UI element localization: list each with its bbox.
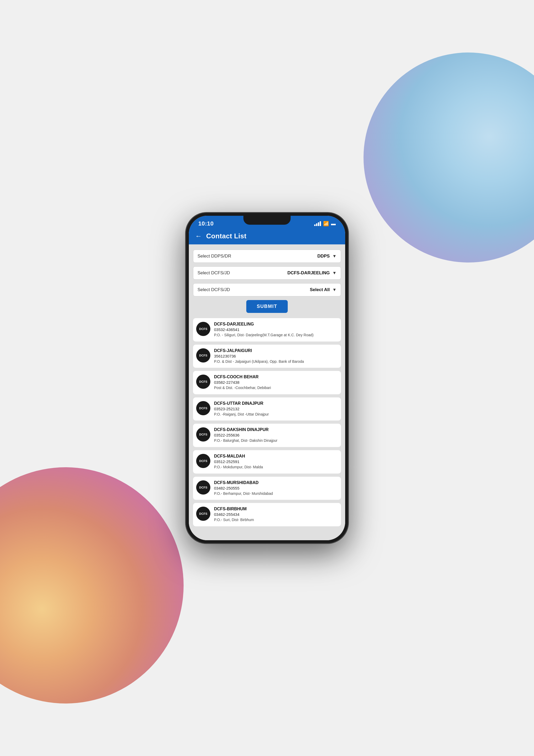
contact-phone: 03462-255434 [214, 512, 338, 517]
dcfs-arrow-icon: ▼ [332, 271, 337, 275]
contact-address: P.O.- Berhampur, Dist- Murshidabad [214, 491, 338, 497]
background-circle-left [0, 467, 184, 704]
contact-address: P.O.- Suri, Dist- Birbhum [214, 517, 338, 523]
select-all-dropdown[interactable]: Select DCFS/JD Select All ▼ [193, 283, 341, 296]
dcfs-badge: DCFS [196, 427, 210, 442]
select-all-arrow-icon: ▼ [332, 287, 337, 292]
contact-item[interactable]: DCFS DCFS-BIRBHUM 03462-255434 P.O.- Sur… [193, 503, 341, 526]
contact-address: P.O.- Balurghat, Dist- Dakshin Dinajpur [214, 438, 338, 444]
wifi-icon: 📶 [323, 221, 329, 227]
contact-name: DCFS-DARJEELING [214, 322, 338, 327]
contact-phone: 03523-252132 [214, 407, 338, 411]
contact-address: P.O.- Mokdumpur, Dist- Malda [214, 465, 338, 470]
contact-phone: 03532-436541 [214, 327, 338, 332]
contact-item[interactable]: DCFS DCFS-DAKSHIN DINAJPUR 03522-255636 … [193, 424, 341, 447]
status-icons: 📶 ▬ [314, 221, 336, 227]
contact-address: P.O. -Raiganj, Dist -Uttar Dinajpur [214, 412, 338, 417]
dcfs-dropdown[interactable]: Select DCFS/JD DCFS-DARJEELING ▼ [193, 266, 341, 280]
battery-icon: ▬ [331, 221, 336, 227]
phone-shell: 10:10 📶 ▬ ← Contact List [186, 213, 348, 543]
ddps-dropdown[interactable]: Select DDPS/DR DDPS ▼ [193, 250, 341, 263]
ddps-arrow-icon: ▼ [332, 254, 337, 258]
contact-list: DCFS DCFS-DARJEELING 03532-436541 P.O. -… [193, 318, 341, 526]
contact-item[interactable]: DCFS DCFS-COOCH BEHAR 03582-227438 Post … [193, 371, 341, 394]
ddps-label: Select DDPS/DR [197, 254, 231, 259]
contact-item[interactable]: DCFS DCFS-JALPAIGURI 3561230736 P.O. & D… [193, 345, 341, 368]
contact-name: DCFS-DAKSHIN DINAJPUR [214, 427, 338, 432]
contact-name: DCFS-JALPAIGURI [214, 348, 338, 353]
background-circle-right [364, 52, 534, 262]
status-time: 10:10 [198, 220, 214, 227]
contact-address: P.O. & Dist - Jalpaiguri (Ukilpara), Opp… [214, 359, 338, 364]
signal-icon [314, 221, 321, 226]
dcfs-badge: DCFS [196, 480, 210, 495]
contact-name: DCFS-MALDAH [214, 454, 338, 459]
contact-name: DCFS-BIRBHUM [214, 507, 338, 511]
contact-item[interactable]: DCFS DCFS-MALDAH 03512-252591 P.O.- Mokd… [193, 450, 341, 473]
content-area: Select DDPS/DR DDPS ▼ Select DCFS/JD DCF… [189, 244, 345, 540]
dcfs-badge: DCFS [196, 375, 210, 389]
contact-phone: 03482-250555 [214, 486, 338, 490]
dcfs-badge: DCFS [196, 401, 210, 415]
contact-name: DCFS-COOCH BEHAR [214, 375, 338, 379]
contact-item[interactable]: DCFS DCFS-UTTAR DINAJPUR 03523-252132 P.… [193, 397, 341, 421]
contact-name: DCFS-UTTAR DINAJPUR [214, 401, 338, 406]
contact-item[interactable]: DCFS DCFS-MURSHIDABAD 03482-250555 P.O.-… [193, 477, 341, 500]
back-button[interactable]: ← [195, 232, 202, 240]
contact-phone: 3561230736 [214, 354, 338, 358]
contact-item[interactable]: DCFS DCFS-DARJEELING 03532-436541 P.O. -… [193, 318, 341, 341]
page-title: Contact List [206, 232, 246, 240]
phone-screen: 10:10 📶 ▬ ← Contact List [189, 216, 345, 540]
contact-address: Post & Dist. -Coochbehar, Debibari [214, 385, 338, 391]
dcfs-badge: DCFS [196, 507, 210, 521]
phone-notch [243, 216, 291, 225]
app-header: ← Contact List [189, 230, 345, 244]
ddps-value: DDPS [318, 254, 330, 259]
submit-button[interactable]: SUBMIT [246, 300, 288, 313]
dcfs-badge: DCFS [196, 322, 210, 336]
dcfs-label: Select DCFS/JD [197, 270, 230, 276]
select-all-label: Select DCFS/JD [197, 287, 230, 292]
select-all-value: Select All [310, 287, 330, 292]
contact-phone: 03512-252591 [214, 459, 338, 464]
contact-address: P.O. - Siliguri, Dist- Darjeeling(M.T.Ga… [214, 333, 338, 338]
dcfs-badge: DCFS [196, 454, 210, 468]
dcfs-value: DCFS-DARJEELING [288, 270, 330, 276]
contact-phone: 03522-255636 [214, 433, 338, 437]
dcfs-badge: DCFS [196, 348, 210, 363]
contact-name: DCFS-MURSHIDABAD [214, 480, 338, 485]
contact-phone: 03582-227438 [214, 380, 338, 385]
